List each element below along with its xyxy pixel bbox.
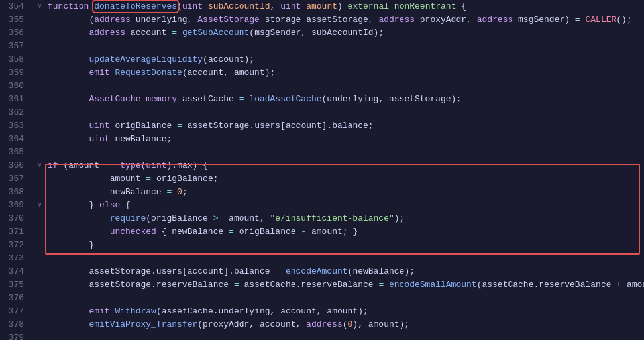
line-arrow-364 [34, 133, 45, 146]
line-num-359: 359 [0, 66, 34, 80]
line-content-374: assetStorage.users[account].balance = en… [45, 265, 644, 278]
line-num-367: 367 [0, 172, 34, 186]
line-arrow-367 [34, 172, 45, 186]
line-content-366: if (amount == type(uint).max) { [45, 159, 644, 172]
line-372: 372 } [0, 239, 644, 252]
line-373: 373 [0, 252, 644, 265]
line-arrow-377 [34, 305, 45, 318]
line-content-365 [45, 146, 644, 159]
line-content-362 [45, 106, 644, 119]
line-366: 366 ∨ if (amount == type(uint).max) { [0, 159, 644, 172]
line-num-360: 360 [0, 80, 34, 93]
line-arrow-361 [34, 93, 45, 106]
line-num-370: 370 [0, 212, 34, 225]
line-content-361: AssetCache memory assetCache = loadAsset… [45, 93, 644, 106]
line-358: 358 updateAverageLiquidity(account); [0, 53, 644, 66]
code-lines: 354 ∨ function donateToReserves(uint sub… [0, 0, 644, 340]
line-arrow-378 [34, 318, 45, 331]
line-371: 371 unchecked { newBalance = origBalance… [0, 225, 644, 239]
line-365: 365 [0, 146, 644, 159]
line-content-375: assetStorage.reserveBalance = assetCache… [45, 278, 644, 292]
line-361: 361 AssetCache memory assetCache = loadA… [0, 93, 644, 106]
line-arrow-366[interactable]: ∨ [34, 159, 45, 172]
line-368: 368 newBalance = 0; [0, 186, 644, 199]
line-367: 367 amount = origBalance; [0, 172, 644, 186]
line-content-358: updateAverageLiquidity(account); [45, 53, 644, 66]
line-359: 359 emit RequestDonate(account, amount); [0, 66, 644, 80]
line-num-362: 362 [0, 106, 34, 119]
line-num-361: 361 [0, 93, 34, 106]
line-arrow-373 [34, 252, 45, 265]
line-num-378: 378 [0, 318, 34, 331]
line-num-368: 368 [0, 186, 34, 199]
line-arrow-376 [34, 292, 45, 305]
line-arrow-359 [34, 66, 45, 80]
line-content-369: } else { [45, 199, 644, 212]
line-num-372: 372 [0, 239, 34, 252]
line-376: 376 [0, 292, 644, 305]
line-362: 362 [0, 106, 644, 119]
line-arrow-360 [34, 80, 45, 93]
line-num-373: 373 [0, 252, 34, 265]
line-arrow-354[interactable]: ∨ [34, 0, 45, 13]
line-arrow-379 [34, 331, 45, 340]
line-379: 379 [0, 331, 644, 340]
line-arrow-363 [34, 119, 45, 133]
line-content-364: uint newBalance; [45, 133, 644, 146]
line-arrow-371 [34, 225, 45, 239]
line-num-374: 374 [0, 265, 34, 278]
line-355: 355 (address underlying, AssetStorage st… [0, 13, 644, 27]
line-num-375: 375 [0, 278, 34, 292]
line-370: 370 require(origBalance >= amount, "e/in… [0, 212, 644, 225]
line-content-357 [45, 40, 644, 53]
line-375: 375 assetStorage.reserveBalance = assetC… [0, 278, 644, 292]
line-arrow-357 [34, 40, 45, 53]
line-content-354: function donateToReserves(uint subAccoun… [45, 0, 644, 13]
line-content-359: emit RequestDonate(account, amount); [45, 66, 644, 80]
line-378: 378 emitViaProxy_Transfer(proxyAddr, acc… [0, 318, 644, 331]
line-num-366: 366 [0, 159, 34, 172]
line-num-377: 377 [0, 305, 34, 318]
line-content-373 [45, 252, 644, 265]
line-arrow-365 [34, 146, 45, 159]
line-num-369: 369 [0, 199, 34, 212]
line-content-355: (address underlying, AssetStorage storag… [45, 13, 644, 27]
line-num-358: 358 [0, 53, 34, 66]
code-editor: 354 ∨ function donateToReserves(uint sub… [0, 0, 644, 340]
line-content-367: amount = origBalance; [45, 172, 644, 186]
line-content-363: uint origBalance = assetStorage.users[ac… [45, 119, 644, 133]
line-363: 363 uint origBalance = assetStorage.user… [0, 119, 644, 133]
line-num-365: 365 [0, 146, 34, 159]
line-num-357: 357 [0, 40, 34, 53]
line-364: 364 uint newBalance; [0, 133, 644, 146]
line-num-376: 376 [0, 292, 34, 305]
line-content-378: emitViaProxy_Transfer(proxyAddr, account… [45, 318, 644, 331]
line-content-379 [45, 331, 644, 340]
line-arrow-375 [34, 278, 45, 292]
line-arrow-356 [34, 27, 45, 40]
line-354: 354 ∨ function donateToReserves(uint sub… [0, 0, 644, 13]
line-content-360 [45, 80, 644, 93]
line-arrow-369[interactable]: ∨ [34, 199, 45, 212]
line-content-372: } [45, 239, 644, 252]
line-content-376 [45, 292, 644, 305]
line-arrow-362 [34, 106, 45, 119]
line-content-370: require(origBalance >= amount, "e/insuff… [45, 212, 644, 225]
line-arrow-355 [34, 13, 45, 27]
line-content-377: emit Withdraw(assetCache.underlying, acc… [45, 305, 644, 318]
line-arrow-372 [34, 239, 45, 252]
line-arrow-358 [34, 53, 45, 66]
line-content-368: newBalance = 0; [45, 186, 644, 199]
line-num-356: 356 [0, 27, 34, 40]
line-377: 377 emit Withdraw(assetCache.underlying,… [0, 305, 644, 318]
line-num-379: 379 [0, 331, 34, 340]
line-num-364: 364 [0, 133, 34, 146]
line-arrow-374 [34, 265, 45, 278]
line-374: 374 assetStorage.users[account].balance … [0, 265, 644, 278]
line-content-371: unchecked { newBalance = origBalance - a… [45, 225, 644, 239]
line-369: 369 ∨ } else { [0, 199, 644, 212]
line-num-355: 355 [0, 13, 34, 27]
line-356: 356 address account = getSubAccount(msgS… [0, 27, 644, 40]
line-357: 357 [0, 40, 644, 53]
line-360: 360 [0, 80, 644, 93]
